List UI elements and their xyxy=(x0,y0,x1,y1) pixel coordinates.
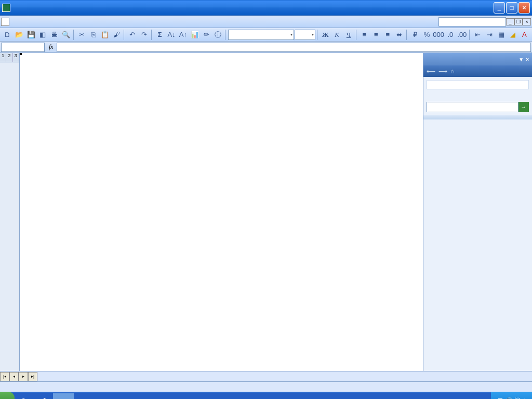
tab-nav-last-icon[interactable]: ▸| xyxy=(28,372,37,381)
align-left-icon[interactable]: ≡ xyxy=(359,29,370,41)
underline-icon[interactable]: Ч xyxy=(343,29,354,41)
preview-icon[interactable]: 🔍 xyxy=(60,29,71,41)
menu-insert[interactable] xyxy=(35,21,44,23)
office-online-logo xyxy=(427,80,529,89)
document-icon[interactable] xyxy=(1,18,9,26)
quick-media-icon[interactable]: ▶ xyxy=(41,394,52,399)
standard-toolbar: 🗋 📂 💾 ◧ 🖶 🔍 ✂ ⎘ 📋 🖌 ↶ ↷ Σ A↓ A↑ 📊 ✏ ⓘ Ж … xyxy=(0,28,532,42)
research-icon[interactable]: ⓘ xyxy=(212,29,223,41)
open-icon[interactable]: 📂 xyxy=(14,29,24,41)
font-select[interactable] xyxy=(228,30,294,40)
taskpane-home-icon[interactable]: ⌂ xyxy=(450,68,454,75)
print-icon[interactable]: 🖶 xyxy=(49,29,60,41)
start-button[interactable] xyxy=(0,392,15,399)
taskpane-search-go-button[interactable]: → xyxy=(518,102,529,112)
copy-icon[interactable]: ⎘ xyxy=(88,29,99,41)
outline-pane[interactable]: 123 xyxy=(0,53,20,371)
mdi-close-button[interactable]: × xyxy=(523,18,531,25)
menu-view[interactable] xyxy=(27,21,35,23)
excel-app-icon xyxy=(2,4,10,12)
align-center-icon[interactable]: ≡ xyxy=(370,29,381,41)
taskpane-close-icon[interactable]: × xyxy=(526,57,529,62)
borders-icon[interactable]: ▦ xyxy=(496,29,507,41)
minimize-button[interactable]: _ xyxy=(494,2,505,14)
menu-bar: _ ❐ × xyxy=(0,16,532,28)
italic-icon[interactable]: К xyxy=(331,29,342,41)
decrease-indent-icon[interactable]: ⇤ xyxy=(472,29,483,41)
fontsize-select[interactable] xyxy=(295,30,315,40)
taskpane-back-icon[interactable]: ⟵ xyxy=(427,68,435,75)
menu-edit[interactable] xyxy=(19,21,27,23)
paste-icon[interactable]: 📋 xyxy=(99,29,110,41)
sheet-tabs-bar: |◂ ◂ ▸ ▸| xyxy=(0,371,532,381)
formula-input[interactable] xyxy=(57,43,531,52)
task-pane: ▼× ⟵ ⟶ ⌂ → xyxy=(423,53,532,371)
percent-icon[interactable]: % xyxy=(421,29,432,41)
open-section-header xyxy=(423,115,532,119)
taskbar-address[interactable] xyxy=(53,393,74,399)
taskpane-search-input[interactable] xyxy=(427,102,518,112)
currency-icon[interactable]: ₽ xyxy=(409,29,420,41)
permission-icon[interactable]: ◧ xyxy=(37,29,48,41)
status-bar xyxy=(0,381,532,392)
tray-chevron-icon[interactable]: ‹ xyxy=(523,397,525,400)
close-button[interactable]: × xyxy=(518,2,530,14)
redo-icon[interactable]: ↷ xyxy=(139,29,150,41)
align-right-icon[interactable]: ≡ xyxy=(382,29,393,41)
increase-decimal-icon[interactable]: .00 xyxy=(457,29,468,41)
quick-desktop-icon[interactable]: ▭ xyxy=(29,394,41,399)
name-box[interactable] xyxy=(1,43,45,52)
quick-ie-icon[interactable]: e xyxy=(18,394,29,399)
bold-icon[interactable]: Ж xyxy=(320,29,331,41)
taskpane-nav: ⟵ ⟶ ⌂ xyxy=(423,65,532,77)
taskpane-dropdown-icon[interactable]: ▼ xyxy=(518,57,524,62)
cut-icon[interactable]: ✂ xyxy=(76,29,87,41)
window-titlebar: _ □ × xyxy=(0,0,532,16)
increase-indent-icon[interactable]: ⇥ xyxy=(484,29,495,41)
taskpane-forward-icon[interactable]: ⟶ xyxy=(438,68,447,75)
menu-format[interactable] xyxy=(44,21,52,23)
save-icon[interactable]: 💾 xyxy=(25,29,36,41)
tab-nav-next-icon[interactable]: ▸ xyxy=(19,372,28,381)
menu-data[interactable] xyxy=(60,21,69,23)
format-painter-icon[interactable]: 🖌 xyxy=(111,29,122,41)
undo-icon[interactable]: ↶ xyxy=(127,29,138,41)
decrease-decimal-icon[interactable]: .0 xyxy=(445,29,456,41)
fx-icon[interactable]: fx xyxy=(49,43,54,51)
comma-icon[interactable]: 000 xyxy=(433,29,444,41)
mdi-restore-button[interactable]: ❐ xyxy=(514,18,523,25)
autosum-icon[interactable]: Σ xyxy=(154,29,165,41)
tray-shield-icon[interactable]: 🛡 xyxy=(515,397,520,400)
menu-window[interactable] xyxy=(69,21,77,23)
menu-help[interactable] xyxy=(77,21,85,23)
drawing-icon[interactable]: ✏ xyxy=(201,29,212,41)
merge-icon[interactable]: ⬌ xyxy=(394,29,405,41)
fill-color-icon[interactable]: ◢ xyxy=(507,29,518,41)
menu-file[interactable] xyxy=(10,21,19,23)
windows-taskbar: e ▭ ▶ 🔊 🛡 ‹ xyxy=(0,392,532,399)
sort-desc-icon[interactable]: A↑ xyxy=(178,29,189,41)
mdi-minimize-button[interactable]: _ xyxy=(506,18,514,25)
new-doc-icon[interactable]: 🗋 xyxy=(2,29,13,41)
chart-icon[interactable]: 📊 xyxy=(189,29,200,41)
font-color-icon[interactable]: A xyxy=(519,29,530,41)
system-tray[interactable]: 🔊 🛡 ‹ xyxy=(491,392,532,399)
menu-tools[interactable] xyxy=(52,21,60,23)
sort-asc-icon[interactable]: A↓ xyxy=(166,29,177,41)
tray-volume-icon[interactable]: 🔊 xyxy=(506,397,512,400)
help-question-box[interactable] xyxy=(438,17,506,26)
formula-bar: fx xyxy=(0,42,532,53)
spreadsheet-grid[interactable] xyxy=(20,53,423,371)
maximize-button[interactable]: □ xyxy=(506,2,517,14)
